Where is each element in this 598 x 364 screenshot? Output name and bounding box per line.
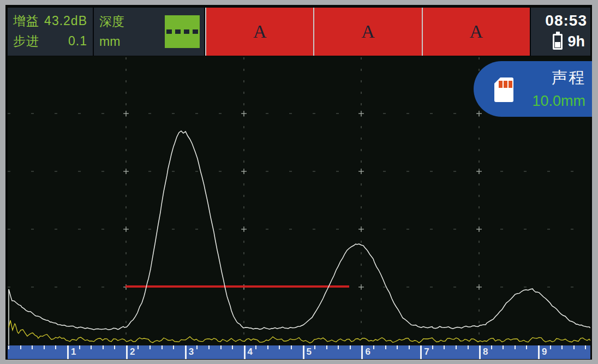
ruler-major-tick — [244, 345, 246, 359]
ruler-major-tick — [479, 345, 481, 359]
gate-a-button-3[interactable]: A — [422, 8, 530, 56]
step-readout: 步进 0.1 — [13, 33, 87, 50]
ruler-minor-tick — [208, 345, 210, 349]
depth-readout: 深度 mm — [99, 11, 124, 51]
dashed-gate-icon[interactable] — [165, 15, 200, 48]
clock-battery-panel: 08:53 9h — [531, 8, 590, 56]
ruler-minor-tick — [20, 345, 21, 349]
ruler-minor-tick — [432, 345, 433, 349]
ruler-major-tick — [126, 345, 128, 359]
gate-a-button-2-label: A — [361, 21, 375, 42]
ruler-minor-tick — [196, 345, 198, 349]
ruler-minor-tick — [162, 345, 163, 349]
ruler-minor-tick — [456, 345, 457, 349]
ruler-minor-tick — [515, 345, 516, 349]
ruler-minor-tick — [373, 345, 374, 349]
ruler-label-5: 5 — [307, 347, 312, 357]
sound-path-value: 10.0mm — [532, 93, 585, 110]
ruler-label-7: 7 — [424, 347, 429, 357]
top-status-bar: 增益 43.2dB 步进 0.1 深度 mm A — [8, 8, 590, 56]
ruler-minor-tick — [32, 345, 33, 349]
flaw-detector-screen: 增益 43.2dB 步进 0.1 深度 mm A — [0, 0, 598, 364]
ruler-minor-tick — [8, 345, 9, 349]
ruler-minor-tick — [55, 345, 56, 349]
gate-a-line[interactable] — [125, 285, 349, 288]
ruler-minor-tick — [114, 345, 115, 349]
ruler-major-tick — [185, 345, 187, 359]
ruler-major-tick — [538, 345, 540, 359]
gain-readout: 增益 43.2dB — [13, 13, 87, 29]
ruler-major-tick — [420, 345, 422, 359]
gain-step-panel: 增益 43.2dB 步进 0.1 — [8, 8, 93, 56]
ruler-minor-tick — [232, 345, 233, 349]
ruler-minor-tick — [326, 345, 327, 349]
ruler-label-8: 8 — [483, 347, 488, 357]
noise-floor-trace — [9, 320, 590, 343]
ruler-minor-tick — [279, 345, 280, 349]
echo-trace — [9, 131, 590, 345]
screen-area: 增益 43.2dB 步进 0.1 深度 mm A — [5, 5, 592, 360]
gate-a-button-3-label: A — [470, 21, 483, 42]
ruler-major-tick — [361, 345, 363, 359]
ruler-label-6: 6 — [365, 347, 370, 357]
gain-value: 43.2dB — [44, 14, 87, 28]
ruler-minor-tick — [291, 345, 292, 349]
step-label: 步进 — [13, 33, 39, 50]
ruler-minor-tick — [550, 345, 551, 349]
ruler-minor-tick — [173, 345, 174, 349]
sound-path-badge[interactable]: 声程 10.0mm — [474, 61, 592, 117]
ruler-minor-tick — [585, 345, 586, 349]
ruler-minor-tick — [444, 345, 445, 349]
sd-card-icon — [494, 77, 513, 102]
ruler-minor-tick — [137, 345, 139, 349]
ruler-minor-tick — [267, 345, 268, 349]
battery-hours: 9h — [567, 33, 585, 50]
step-value: 0.1 — [68, 34, 87, 49]
gate-a-button-1[interactable]: A — [205, 8, 313, 56]
ruler-label-2: 2 — [130, 347, 135, 357]
ruler-minor-tick — [44, 345, 45, 349]
sound-path-label: 声程 — [552, 67, 585, 89]
ruler-minor-tick — [255, 345, 256, 349]
ruler-minor-tick — [385, 345, 386, 349]
ruler-minor-tick — [561, 345, 563, 349]
ruler-minor-tick — [220, 345, 222, 349]
horizontal-scale-ruler: 123456789 — [8, 345, 590, 359]
ruler-label-1: 1 — [71, 347, 76, 357]
ruler-label-3: 3 — [189, 347, 194, 357]
ruler-minor-tick — [491, 345, 492, 349]
ruler-major-tick — [67, 345, 69, 359]
depth-panel: 深度 mm — [94, 8, 204, 56]
ruler-minor-tick — [503, 345, 504, 349]
ruler-minor-tick — [350, 345, 351, 349]
gain-label: 增益 — [13, 13, 39, 29]
ruler-minor-tick — [397, 345, 398, 349]
ruler-minor-tick — [103, 345, 104, 349]
ruler-minor-tick — [314, 345, 315, 349]
gate-a-button-2[interactable]: A — [313, 8, 421, 56]
depth-unit: mm — [99, 34, 124, 49]
ruler-minor-tick — [409, 345, 410, 349]
battery-icon — [553, 34, 563, 50]
ruler-minor-tick — [468, 345, 469, 349]
gate-a-button-1-label: A — [253, 21, 267, 42]
ruler-minor-tick — [573, 345, 575, 349]
ruler-minor-tick — [526, 345, 527, 349]
clock-time: 08:53 — [545, 12, 587, 29]
ruler-minor-tick — [79, 345, 80, 349]
ruler-minor-tick — [338, 345, 339, 349]
ruler-minor-tick — [91, 345, 92, 349]
ruler-major-tick — [303, 345, 304, 359]
ruler-label-4: 4 — [248, 347, 253, 357]
ruler-minor-tick — [150, 345, 151, 349]
ruler-label-9: 9 — [542, 347, 547, 357]
battery-status: 9h — [553, 33, 587, 50]
depth-label: 深度 — [99, 13, 124, 30]
